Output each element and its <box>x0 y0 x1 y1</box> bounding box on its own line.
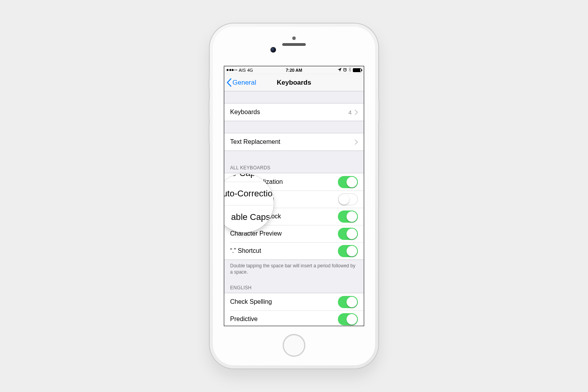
battery-icon <box>353 68 361 72</box>
status-bar: AIS 4G 7:20 AM <box>224 66 364 74</box>
status-time: 7:20 AM <box>286 68 302 73</box>
shortcut-footer: Double tapping the space bar will insert… <box>224 260 364 278</box>
network-type: 4G <box>247 68 253 73</box>
page-title: Keyboards <box>277 79 311 87</box>
phone-frame: AIS 4G 7:20 AM <box>210 24 378 368</box>
volume-up-button <box>208 100 210 119</box>
mute-switch <box>208 78 210 89</box>
predictive-toggle[interactable] <box>338 313 358 325</box>
alarm-icon <box>343 68 347 73</box>
back-button[interactable]: General <box>227 74 256 91</box>
period-shortcut-row[interactable]: “.” Shortcut <box>224 242 364 260</box>
power-button <box>378 100 380 122</box>
back-label: General <box>232 79 256 87</box>
screen: AIS 4G 7:20 AM <box>224 66 364 326</box>
period-shortcut-label: “.” Shortcut <box>230 247 261 254</box>
english-header: English <box>224 283 364 293</box>
carrier-label: AIS <box>239 68 246 73</box>
text-replacement-label: Text Replacement <box>230 138 280 145</box>
text-replacement-row[interactable]: Text Replacement <box>224 133 364 151</box>
check-spelling-toggle[interactable] <box>338 296 358 308</box>
all-keyboards-header: All Keyboards <box>224 163 364 173</box>
check-spelling-row[interactable]: Check Spelling <box>224 293 364 310</box>
volume-down-button <box>208 123 210 142</box>
chevron-left-icon <box>227 78 232 87</box>
chevron-right-icon <box>355 140 358 145</box>
period-shortcut-toggle[interactable] <box>338 245 358 257</box>
magnifier-row-focus: Auto-Correction <box>224 182 274 206</box>
navigation-bar: General Keyboards <box>224 74 364 91</box>
auto-capitalization-toggle[interactable] <box>338 176 358 188</box>
keyboards-row-label: Keyboards <box>230 109 260 116</box>
predictive-row[interactable]: Predictive <box>224 310 364 326</box>
signal-strength-icon <box>227 69 237 71</box>
proximity-sensor <box>292 36 296 40</box>
location-icon <box>338 68 341 73</box>
predictive-label: Predictive <box>230 316 258 323</box>
front-camera <box>270 47 276 53</box>
earpiece <box>282 43 306 46</box>
keyboards-row[interactable]: Keyboards 4 <box>224 103 364 121</box>
home-button <box>283 334 305 357</box>
check-spelling-label: Check Spelling <box>230 298 272 305</box>
auto-correction-toggle[interactable] <box>338 193 358 205</box>
character-preview-toggle[interactable] <box>338 228 358 240</box>
bluetooth-icon <box>348 67 351 73</box>
keyboards-count: 4 <box>348 109 352 116</box>
enable-caps-lock-toggle[interactable] <box>338 211 358 223</box>
chevron-right-icon <box>355 110 358 115</box>
